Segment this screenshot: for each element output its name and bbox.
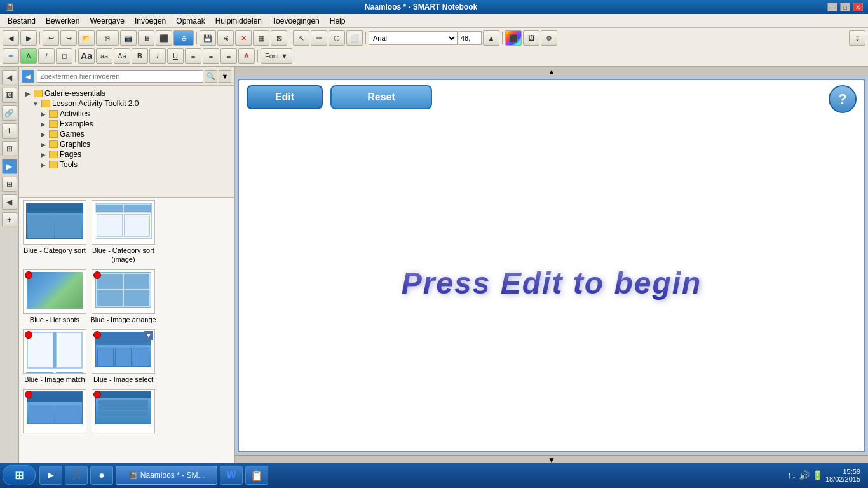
settings-button[interactable]: ⚙ [541, 30, 557, 46]
start-button[interactable]: ⊞ [3, 465, 36, 485]
tree-root-galerie[interactable]: ▶ Galerie-essentials [24, 88, 229, 98]
search-back-button[interactable]: ◀ [22, 70, 34, 83]
tool-text[interactable]: T [2, 123, 17, 139]
font-selector[interactable]: Arial [369, 31, 458, 45]
text-button[interactable]: Aa [78, 48, 95, 64]
tree-games[interactable]: ▶ Games [39, 129, 229, 139]
eraser-tool[interactable]: ⬜ [346, 30, 363, 46]
tree-graphics[interactable]: ▶ Graphics [39, 139, 229, 149]
expand-galerie-icon[interactable]: ▶ [24, 90, 32, 97]
underline-button[interactable]: U [167, 48, 184, 64]
font-dropdown[interactable]: Font ▼ [261, 48, 292, 64]
eraser2-tool[interactable]: ◻ [56, 48, 72, 64]
reset-button[interactable]: Reset [330, 85, 432, 109]
tool-grid[interactable]: ⊞ [2, 177, 17, 192]
menu-bewerken[interactable]: Bewerken [41, 15, 85, 27]
taskbar-app-notebook[interactable]: 📋 [245, 466, 268, 485]
bold-button[interactable]: B [132, 48, 148, 64]
text-highlight-button[interactable]: A [20, 48, 37, 64]
screenshot-button[interactable]: 📷 [120, 30, 137, 46]
tree-examples[interactable]: ▶ Examples [39, 119, 229, 129]
expand-graphics-icon[interactable]: ▶ [39, 140, 47, 148]
tree-toolkit[interactable]: ▼ Lesson Activity Toolkit 2.0 [32, 98, 229, 109]
gallery-item-more-1[interactable] [22, 389, 88, 433]
help-button[interactable]: ? [829, 85, 857, 113]
gallery-item-hot-spots[interactable]: Blue - Hot spots [22, 269, 88, 324]
expand-toolkit-icon[interactable]: ▼ [32, 100, 39, 107]
search-button[interactable]: 🔍 [205, 70, 217, 83]
taskbar-app-3[interactable]: ● [90, 466, 113, 485]
search-options-button[interactable]: ▼ [219, 70, 231, 83]
tree-pages[interactable]: ▶ Pages [39, 149, 229, 159]
gallery-item-category-sort[interactable]: Blue - Category sort [22, 200, 88, 264]
tray-battery[interactable]: 🔋 [812, 470, 823, 480]
tool-link[interactable]: 🔗 [2, 105, 17, 121]
canvas-scroll-up[interactable]: ▲ [235, 67, 868, 76]
tree-tools[interactable]: ▶ Tools [39, 159, 229, 170]
pen-blue-button[interactable]: ✒ [3, 48, 19, 64]
edit-button[interactable]: Edit [247, 85, 323, 109]
tray-network[interactable]: ↑↓ [787, 470, 796, 480]
tool-image[interactable]: 🖼 [2, 88, 17, 103]
gallery-item-image-arrange[interactable]: Blue - Image arrange [90, 269, 156, 324]
gallery-item-image-select[interactable]: ▼ Blue - Image select [90, 329, 156, 384]
gallery-item-category-sort-image[interactable]: Blue - Category sort (image) [90, 200, 156, 264]
expand-pages-icon[interactable]: ▶ [39, 151, 47, 158]
maximize-button[interactable]: □ [840, 3, 850, 11]
color-picker-button[interactable]: ⬛ [505, 30, 522, 46]
paste-button[interactable]: ⎘ [96, 30, 119, 46]
menu-bestand[interactable]: Bestand [3, 15, 41, 27]
tray-volume[interactable]: 🔊 [799, 470, 810, 480]
font-incr-button[interactable]: ▲ [483, 30, 499, 46]
addons-button[interactable]: ⊕ [173, 30, 194, 46]
print-button[interactable]: 🖨 [217, 30, 234, 46]
open-button[interactable]: 📂 [78, 30, 95, 46]
gallery-button[interactable]: 🖼 [523, 30, 539, 46]
taskbar-clock[interactable]: 15:59 18/02/2015 [825, 468, 860, 483]
dropdown-icon[interactable]: ▼ [144, 331, 153, 340]
nav-forward-button[interactable]: ▶ [20, 30, 37, 46]
text3-button[interactable]: Aa [114, 48, 130, 64]
text-color-button[interactable]: A [238, 48, 255, 64]
font-size-input[interactable] [459, 31, 482, 45]
undo-button[interactable]: ↩ [43, 30, 59, 46]
menu-opmaak[interactable]: Opmaak [171, 15, 210, 27]
tool-arrow-left[interactable]: ◀ [2, 194, 17, 210]
align-right-button[interactable]: ≡ [220, 48, 237, 64]
close-button[interactable]: ✕ [853, 3, 863, 11]
gallery-item-image-match[interactable]: Blue - Image match [22, 329, 88, 384]
tree-activities[interactable]: ▶ Activities [39, 109, 229, 119]
draw-tool[interactable]: ✏ [311, 30, 327, 46]
minimize-button[interactable]: — [827, 3, 837, 11]
taskbar-app-2[interactable]: 🎵 [65, 466, 88, 485]
tool-puzzle[interactable]: ⊞ [2, 141, 17, 156]
align-center-button[interactable]: ≡ [203, 48, 219, 64]
expand-button[interactable]: ⇕ [849, 30, 865, 46]
search-input[interactable] [37, 70, 203, 83]
taskbar-app-word[interactable]: W [220, 466, 243, 485]
screen-button[interactable]: 🖥 [138, 30, 154, 46]
menu-invoegen[interactable]: Invoegen [130, 15, 171, 27]
menu-toevoegingen[interactable]: Toevoegingen [267, 15, 325, 27]
expand-examples-icon[interactable]: ▶ [39, 120, 47, 128]
line-tool[interactable]: / [38, 48, 55, 64]
tool-add[interactable]: + [2, 212, 17, 227]
tool-back[interactable]: ◀ [2, 70, 17, 85]
menu-help[interactable]: Help [325, 15, 351, 27]
taskbar-app-smart[interactable]: 📓 Naamloos * - SM... [116, 466, 217, 485]
redo-button[interactable]: ↪ [60, 30, 77, 46]
close2-button[interactable]: ⊠ [271, 30, 287, 46]
expand-activities-icon[interactable]: ▶ [39, 110, 47, 118]
gallery-item-more-2[interactable] [90, 389, 156, 433]
expand-tools-icon[interactable]: ▶ [39, 161, 47, 168]
nav-back-button[interactable]: ◀ [3, 30, 19, 46]
menu-hulpmiddelen[interactable]: Hulpmiddelen [210, 15, 267, 27]
tool-arrow-right[interactable]: ▶ [2, 159, 17, 174]
text2-button[interactable]: aa [96, 48, 112, 64]
align-left-button[interactable]: ≡ [185, 48, 201, 64]
select-tool[interactable]: ↖ [293, 30, 309, 46]
taskbar-app-1[interactable]: ► [39, 466, 62, 485]
screen2-button[interactable]: ⬛ [156, 30, 172, 46]
delete-button[interactable]: ✕ [235, 30, 252, 46]
menu-weergave[interactable]: Weergave [85, 15, 129, 27]
